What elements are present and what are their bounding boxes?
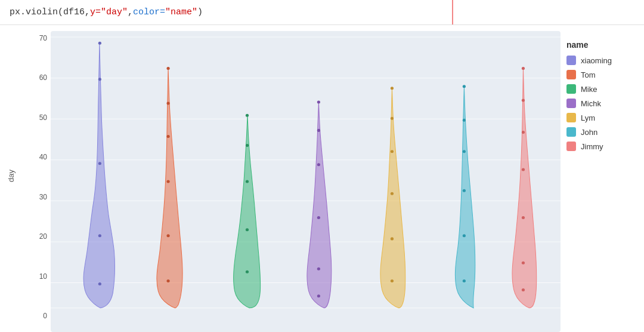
svg-point-9 <box>98 78 101 81</box>
svg-point-14 <box>166 102 169 104</box>
legend-color-xiaoming <box>566 56 576 65</box>
svg-point-47 <box>522 262 525 265</box>
legend-item-tom: Tom <box>566 70 638 79</box>
cursor-line <box>452 0 453 24</box>
svg-point-25 <box>317 129 320 132</box>
svg-point-45 <box>522 168 525 171</box>
legend-item-mike: Mike <box>566 84 638 94</box>
svg-point-21 <box>246 180 249 183</box>
plot-wrapper: day 70 60 50 40 30 20 10 0 <box>0 31 561 332</box>
svg-point-41 <box>463 279 466 282</box>
legend-color-mike <box>566 84 576 94</box>
legend-color-lym <box>566 113 576 122</box>
legend-label-michk: Michk <box>581 99 601 108</box>
svg-point-37 <box>463 119 466 122</box>
svg-point-36 <box>463 85 466 88</box>
legend-item-jimmy: Jimmy <box>566 142 638 151</box>
svg-point-46 <box>522 216 525 219</box>
svg-point-28 <box>317 268 320 270</box>
legend-color-jimmy <box>566 142 576 151</box>
svg-point-16 <box>166 180 169 183</box>
svg-point-26 <box>317 163 320 166</box>
svg-point-40 <box>463 234 466 237</box>
svg-point-13 <box>166 67 169 70</box>
legend-label-lym: Lym <box>581 113 595 122</box>
svg-point-10 <box>98 162 101 165</box>
violin-john <box>455 85 475 308</box>
legend: name xiaoming Tom Mike Michk Lym John Ji… <box>561 31 644 332</box>
svg-point-18 <box>166 279 169 282</box>
violin-chart <box>51 31 561 332</box>
legend-item-xiaoming: xiaoming <box>566 56 638 65</box>
svg-point-43 <box>522 99 525 102</box>
svg-point-27 <box>317 216 320 219</box>
svg-point-23 <box>246 270 249 273</box>
code-bar: px.violin(df16,y="day",color="name") <box>0 0 644 25</box>
svg-point-17 <box>166 234 169 237</box>
violin-mike <box>234 114 261 308</box>
svg-point-42 <box>522 67 525 70</box>
svg-point-34 <box>391 237 394 240</box>
violin-svg <box>51 31 561 320</box>
svg-point-38 <box>463 150 466 153</box>
svg-point-12 <box>98 282 101 285</box>
svg-point-29 <box>317 294 320 297</box>
svg-point-35 <box>391 279 394 282</box>
svg-point-39 <box>463 189 466 192</box>
svg-point-20 <box>246 144 249 147</box>
svg-point-44 <box>522 131 525 134</box>
legend-title: name <box>566 40 638 50</box>
legend-label-mike: Mike <box>581 85 597 94</box>
svg-point-22 <box>246 228 249 231</box>
legend-label-tom: Tom <box>581 70 596 79</box>
legend-item-john: John <box>566 127 638 137</box>
legend-color-michk <box>566 99 576 108</box>
legend-color-tom <box>566 70 576 79</box>
svg-point-48 <box>522 288 525 291</box>
y-axis-label: day <box>7 170 16 182</box>
legend-item-michk: Michk <box>566 99 638 108</box>
legend-color-john <box>566 127 576 137</box>
chart-area: day 70 60 50 40 30 20 10 0 <box>0 25 644 332</box>
svg-point-33 <box>391 192 394 195</box>
svg-point-30 <box>391 87 394 90</box>
svg-point-19 <box>246 114 249 117</box>
svg-point-32 <box>391 150 394 153</box>
svg-point-8 <box>98 42 101 45</box>
violin-lym <box>380 87 405 308</box>
violin-xiaoming <box>83 42 114 308</box>
legend-label-jimmy: Jimmy <box>581 142 603 151</box>
violin-michk <box>307 100 332 308</box>
svg-point-24 <box>317 100 320 103</box>
legend-item-lym: Lym <box>566 113 638 122</box>
code-text: px.violin(df16,y="day",color="name") <box>10 7 203 17</box>
svg-point-11 <box>98 234 101 237</box>
violin-tom <box>157 67 182 308</box>
violin-jimmy <box>512 67 537 308</box>
y-axis: 70 60 50 40 30 20 10 0 <box>30 31 51 332</box>
svg-point-15 <box>166 135 169 138</box>
legend-label-john: John <box>581 128 597 137</box>
legend-label-xiaoming: xiaoming <box>581 56 612 65</box>
svg-point-31 <box>391 117 394 120</box>
